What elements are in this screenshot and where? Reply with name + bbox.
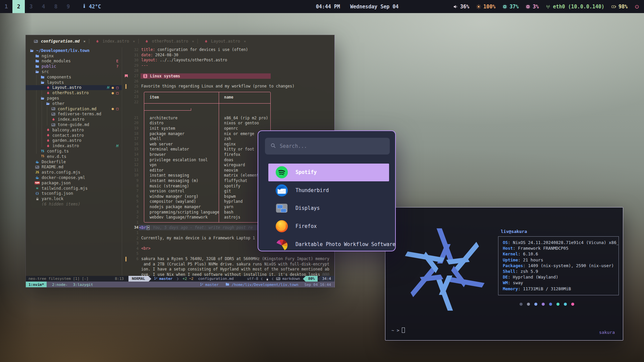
fetch-info-line-wm: WM: sway — [503, 280, 614, 286]
color-dot — [542, 303, 545, 306]
tab-close-icon[interactable]: × — [84, 39, 86, 44]
editor-tab-index.astro[interactable]: index.astro× — [91, 39, 138, 44]
line-number: 32 — [123, 47, 139, 53]
tree-item-layouts[interactable]: layouts — [26, 80, 122, 85]
table-cell-name: nixos or gentoo — [224, 121, 259, 126]
line-number: 26 — [123, 79, 139, 84]
tree-item-fediverse-terms.md[interactable]: M↓fediverse-terms.md — [26, 112, 122, 117]
tree-item-components[interactable]: components — [26, 74, 122, 80]
line-number: 19 — [123, 126, 139, 131]
tmux-git-branch: master — [200, 283, 219, 287]
launcher-item-displays[interactable]: Displays — [268, 199, 389, 217]
spotify-icon — [275, 166, 288, 179]
top-status-bar: 123489 42°C 04:44 PM Wednesday Sep 04 36… — [0, 0, 644, 13]
tmux-window-2[interactable]: 2:node- — [52, 283, 67, 287]
launcher-item-spotify[interactable]: Spotify — [268, 164, 389, 181]
br-tag-open: <br — [139, 225, 147, 230]
tmux-window-3[interactable]: 3:lazygit — [73, 283, 93, 287]
line-number: 15 — [123, 146, 139, 152]
launcher-item-darktable[interactable]: Darktable Photo Workflow Software — [268, 235, 389, 251]
tab-close-icon[interactable]: × — [244, 39, 246, 44]
thunderbird-icon — [275, 184, 288, 197]
tab-close-icon[interactable]: × — [133, 39, 135, 44]
frontmatter-delimiter: --- — [141, 63, 148, 68]
shell-prompt[interactable]: ~ > — [391, 327, 405, 333]
editor-tab-configuration.md[interactable]: M↓configuration.md× — [30, 39, 89, 44]
fastfetch-terminal-window: liv@sakura OS: NixOS 24.11.20240828.71e9… — [385, 207, 623, 341]
workspace-button-8[interactable]: 8 — [50, 0, 62, 13]
line-number: 29 — [123, 63, 139, 68]
editor-tab-otherPost.astro[interactable]: otherPost.astro× — [141, 39, 198, 44]
tree-item-config.ts[interactable]: TSconfig.ts — [26, 148, 122, 154]
tree-item-contact.astro[interactable]: contact.astro — [26, 133, 122, 138]
tree-item-README.md[interactable]: M↓README.md — [26, 165, 122, 170]
tree-item-pages[interactable]: pages — [26, 96, 122, 101]
terminal-color-dots — [520, 303, 574, 306]
tree-item-otherPost.astro[interactable]: otherPost.astro●□ — [26, 90, 122, 96]
fetch-user-host: liv@sakura — [501, 229, 527, 234]
search-input[interactable]: Search... — [265, 138, 390, 155]
table-cell-name: fluffychat — [224, 178, 247, 184]
paragraph-line: Currently, my main device is a Framework… — [141, 236, 255, 241]
tree-item-tone-guide.md[interactable]: M↓tone-guide.md — [26, 122, 122, 127]
tab-close-icon[interactable]: × — [192, 39, 194, 44]
line-number: 24 — [123, 89, 139, 95]
filetype-segment: markdown — [276, 277, 300, 281]
workspace-button-1[interactable]: 1 — [0, 0, 12, 13]
tree-item-other[interactable]: other — [26, 101, 122, 106]
tree-item-env.d.ts[interactable]: TSenv.d.ts — [26, 154, 122, 159]
fetch-info-line-shell: Shell: zsh 5.9 — [503, 268, 614, 274]
tree-item-docker-compose.yml[interactable]: docker-compose.yml — [26, 175, 122, 180]
line-number: 5 — [123, 199, 139, 204]
line-number: 9 — [123, 178, 139, 183]
line-number: 17 — [123, 136, 139, 141]
tree-item-nginx[interactable]: nginx — [26, 53, 122, 59]
workspace-button-3[interactable]: 3 — [25, 0, 37, 13]
scroll-progress: 80% — [306, 276, 318, 282]
table-cell-item: privilege escalation tool — [150, 158, 208, 163]
tree-item-balcony.astro[interactable]: balcony.astro — [26, 127, 122, 133]
tree-item-src[interactable]: src — [26, 69, 122, 74]
table-header-name: name — [224, 95, 233, 100]
tree-item-astro.config.mjs[interactable]: JSastro.config.mjs — [26, 170, 122, 175]
tree-item-package.json[interactable]: npmpackage.json — [26, 180, 122, 186]
git-branch-name: master — [159, 277, 173, 281]
workspace-button-4[interactable]: 4 — [37, 0, 50, 13]
tree-item-public[interactable]: public? — [26, 64, 122, 69]
tree-item-garden.astro[interactable]: garden.astro — [26, 138, 122, 143]
fetch-info-line-kernel: Kernel: 6.10.6 — [503, 251, 614, 257]
thermometer-icon — [82, 4, 87, 10]
table-cell-name: firefox — [224, 152, 240, 158]
table-cell-name: yarn — [224, 204, 233, 210]
tree-item-nodemodules[interactable]: node_modulesE — [26, 59, 122, 64]
line-number: 1 — [123, 220, 139, 225]
search-icon — [270, 143, 276, 150]
launcher-item-firefox[interactable]: Firefox — [268, 218, 389, 235]
cursor-line[interactable]: <br>You, 5 days ago - feat: write rough … — [139, 225, 258, 230]
tree-item-index.astro[interactable]: index.astro — [26, 117, 122, 122]
color-dot — [527, 303, 530, 306]
module-battery: 98% — [611, 4, 628, 10]
tree-item-tailwind.config.mjs[interactable]: ≈tailwind.config.mjs — [26, 186, 122, 191]
tree-item-Dockerfile[interactable]: Dockerfile — [26, 159, 122, 165]
launcher-item-thunderbird[interactable]: Thunderbird — [268, 181, 389, 199]
workspace-button-9[interactable]: 9 — [62, 0, 74, 13]
tree-item-configuration.md[interactable]: M↓configuration.md●□ — [26, 106, 122, 112]
module-volume: 36% — [453, 4, 469, 10]
tree-item-6hiddenitems[interactable]: (6 hidden items) — [26, 201, 122, 207]
tree-item-tsconfig.json[interactable]: {}tsconfig.json — [26, 191, 122, 196]
table-cell-item: music (streaming) — [150, 184, 189, 189]
editor-tab-Layout.astro[interactable]: Layout.astro× — [200, 39, 249, 44]
line-number: 10 — [123, 173, 139, 178]
tree-item-Layout.astro[interactable]: Layout.astroH●□ — [26, 85, 122, 90]
module-power[interactable] — [635, 4, 639, 9]
tmux-window-1[interactable]: 1:nvim* — [26, 282, 47, 288]
tree-item-~/Development/liv.town[interactable]: ~/Development/liv.town — [26, 48, 122, 53]
tree-item-yarn.lock[interactable]: yarn.lock — [26, 196, 122, 201]
statusline: neo-tree filesystem [1] [-] 8:13 NORMAL … — [26, 276, 334, 282]
workspace-button-2[interactable]: 2 — [12, 0, 25, 13]
tree-item-index.astro[interactable]: index.astroH — [26, 143, 122, 148]
table-cell-name: hyprland — [224, 199, 243, 204]
line-number: 1 — [123, 230, 139, 236]
line-number: 30 — [123, 58, 139, 63]
